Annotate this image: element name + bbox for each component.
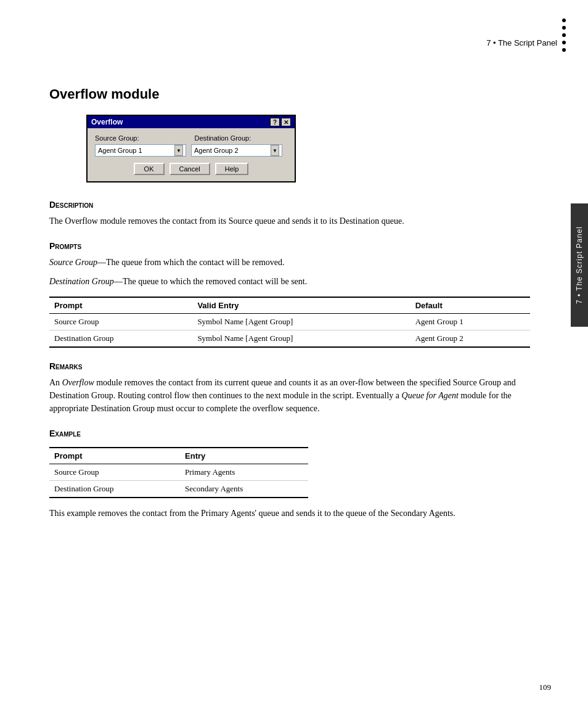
remarks-text-before: An (49, 378, 62, 387)
remarks-italic-word: Overflow (62, 378, 94, 387)
remarks-heading: Remarks (49, 361, 530, 371)
table-row: Source Group Symbol Name [Agent Group] A… (49, 314, 530, 330)
row2-default: Agent Group 2 (410, 330, 530, 348)
dialog-fields-row: Agent Group 1 ▼ Agent Group 2 ▼ (95, 144, 287, 157)
page-title: Overflow module (49, 86, 530, 102)
dialog-action-buttons: OK Cancel Help (95, 163, 287, 175)
ex-row1-entry: Primary Agents (180, 464, 308, 481)
destination-group-label: Destination Group: (195, 134, 251, 142)
help-button[interactable]: Help (215, 163, 249, 175)
destination-group-prompt-desc: —The queue to which the removed contact … (114, 277, 307, 286)
example-closing-text: This example removes the contact from th… (49, 507, 530, 520)
source-group-prompt-desc: —The queue from which the contact will b… (97, 258, 285, 267)
col-default: Default (410, 297, 530, 314)
destination-group-value: Agent Group 2 (194, 147, 239, 154)
dialog-titlebar: Overflow ? ✕ (88, 116, 295, 128)
main-content: Overflow module Overflow ? ✕ Source Grou… (49, 86, 555, 526)
destination-group-arrow[interactable]: ▼ (271, 145, 279, 156)
dialog-titlebar-buttons: ? ✕ (270, 118, 291, 126)
overflow-dialog: Overflow ? ✕ Source Group: Destination G… (86, 115, 296, 182)
example-heading: Example (49, 428, 530, 438)
source-group-prompt: Source Group—The queue from which the co… (49, 256, 530, 269)
source-group-prompt-label: Source Group (49, 258, 97, 267)
dialog-screenshot: Overflow ? ✕ Source Group: Destination G… (86, 115, 530, 182)
source-group-select[interactable]: Agent Group 1 ▼ (95, 144, 186, 157)
prompts-heading: Prompts (49, 241, 530, 251)
example-table: Prompt Entry Source Group Primary Agents… (49, 447, 308, 498)
description-text: The Overflow module removes the contact … (49, 215, 530, 227)
chapter-header: 7 • The Script Panel (486, 38, 557, 47)
row1-default: Agent Group 1 (410, 314, 530, 330)
row2-prompt: Destination Group (49, 330, 192, 348)
ex-col-entry: Entry (180, 448, 308, 464)
ex-row1-prompt: Source Group (49, 464, 180, 481)
source-group-label: Source Group: (95, 134, 139, 142)
prompts-table: Prompt Valid Entry Default Source Group … (49, 297, 530, 348)
cancel-button[interactable]: Cancel (169, 163, 210, 175)
page-number: 109 (539, 682, 552, 692)
remarks-italic-word2: Queue for Agent (402, 391, 459, 400)
row1-valid-entry: Symbol Name [Agent Group] (192, 314, 410, 330)
ex-row2-prompt: Destination Group (49, 481, 180, 498)
ex-col-prompt: Prompt (49, 448, 180, 464)
chapter-tab: 7 • The Script Panel (571, 203, 588, 327)
dialog-help-btn[interactable]: ? (270, 118, 280, 126)
remarks-text: An Overflow module removes the contact f… (49, 376, 530, 415)
row1-prompt: Source Group (49, 314, 192, 330)
col-prompt: Prompt (49, 297, 192, 314)
decorative-bullets (562, 18, 566, 52)
ok-button[interactable]: OK (134, 163, 165, 175)
row2-valid-entry: Symbol Name [Agent Group] (192, 330, 410, 348)
col-valid-entry: Valid Entry (192, 297, 410, 314)
table-row: Destination Group Symbol Name [Agent Gro… (49, 330, 530, 348)
dialog-close-btn[interactable]: ✕ (281, 118, 291, 126)
table-row: Destination Group Secondary Agents (49, 481, 308, 498)
source-group-value: Agent Group 1 (98, 147, 142, 154)
dialog-title: Overflow (91, 118, 123, 126)
source-group-arrow[interactable]: ▼ (174, 145, 183, 156)
destination-group-select[interactable]: Agent Group 2 ▼ (191, 144, 282, 157)
description-heading: Description (49, 200, 530, 210)
destination-group-prompt: Destination Group—The queue to which the… (49, 275, 530, 288)
dialog-body: Source Group: Destination Group: Agent G… (88, 128, 295, 181)
destination-group-prompt-label: Destination Group (49, 277, 114, 286)
ex-row2-entry: Secondary Agents (180, 481, 308, 498)
table-row: Source Group Primary Agents (49, 464, 308, 481)
dialog-labels-row: Source Group: Destination Group: (95, 134, 287, 142)
chapter-header-text: 7 • The Script Panel (486, 38, 557, 47)
